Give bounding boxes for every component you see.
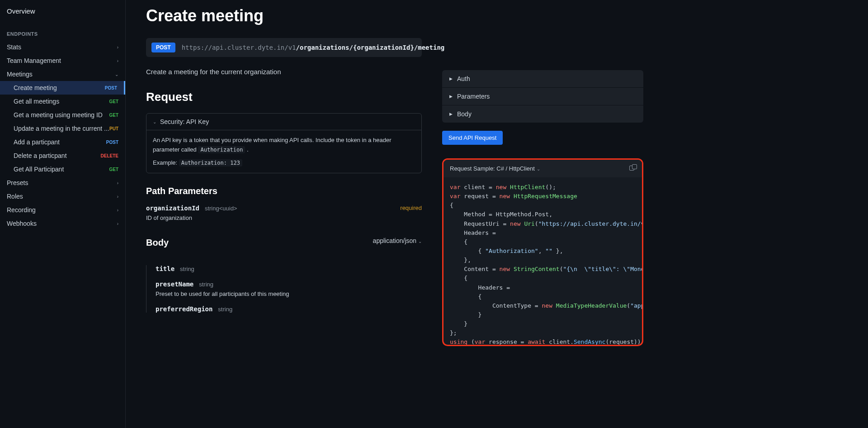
method-tag: GET bbox=[109, 166, 118, 172]
request-heading: Request bbox=[146, 90, 422, 104]
method-badge: POST bbox=[151, 43, 175, 52]
accordion-auth[interactable]: ▶ Auth bbox=[442, 70, 643, 88]
try-it-accordion: ▶ Auth ▶ Parameters ▶ Body bbox=[442, 70, 643, 123]
security-label: Security: API Key bbox=[160, 118, 209, 125]
body-field-preferredregion: preferredRegion string bbox=[156, 305, 422, 313]
method-tag: GET bbox=[109, 99, 118, 105]
endpoint-description: Create a meeting for the current organiz… bbox=[146, 68, 422, 76]
sidebar-item-label: Stats bbox=[7, 43, 21, 51]
body-field-title: title string bbox=[156, 265, 422, 272]
triangle-right-icon: ▶ bbox=[449, 76, 453, 81]
page-title: Create meeting bbox=[146, 6, 422, 25]
sidebar-item-label: Presets bbox=[7, 179, 28, 186]
method-tag: DELETE bbox=[101, 153, 118, 159]
chevron-right-icon: › bbox=[117, 208, 118, 213]
sidebar-sub-get-all-meetings[interactable]: Get all meetings GET bbox=[0, 95, 125, 108]
security-body: An API key is a token that you provide w… bbox=[146, 130, 421, 173]
chevron-down-icon: ⌄ bbox=[153, 119, 156, 124]
sidebar-item-meetings[interactable]: Meetings ⌄ bbox=[0, 67, 125, 81]
sidebar-overview[interactable]: Overview bbox=[0, 0, 125, 22]
sidebar-item-label: Create meeting bbox=[14, 84, 57, 91]
send-api-request-button[interactable]: Send API Request bbox=[442, 131, 503, 145]
chevron-right-icon: › bbox=[117, 58, 118, 63]
sidebar-item-label: Update a meeting in the current ... bbox=[14, 125, 109, 132]
chevron-down-icon: ⌄ bbox=[418, 239, 422, 244]
copy-icon[interactable] bbox=[629, 166, 636, 172]
endpoint-bar: POST https://api.cluster.dyte.in/v1/orga… bbox=[146, 38, 422, 57]
code-sample-select[interactable]: Request Sample: C# / HttpClient ⌄ bbox=[450, 165, 540, 172]
sidebar-item-label: Get all meetings bbox=[14, 98, 59, 105]
sidebar-sub-update-meeting[interactable]: Update a meeting in the current ... PUT bbox=[0, 122, 125, 135]
chevron-down-icon: ⌄ bbox=[537, 166, 540, 171]
accordion-body[interactable]: ▶ Body bbox=[442, 105, 643, 123]
security-box: ⌄ Security: API Key An API key is a toke… bbox=[146, 113, 422, 173]
sidebar-item-presets[interactable]: Presets › bbox=[0, 176, 125, 190]
sidebar: Overview ENDPOINTS Stats › Team Manageme… bbox=[0, 0, 126, 428]
sidebar-item-label: Webhooks bbox=[7, 220, 37, 227]
sidebar-sub-delete-participant[interactable]: Delete a particpant DELETE bbox=[0, 149, 125, 162]
body-field-presetname: presetName string Preset to be used for … bbox=[156, 281, 422, 297]
security-toggle[interactable]: ⌄ Security: API Key bbox=[146, 114, 421, 130]
triangle-right-icon: ▶ bbox=[449, 94, 453, 99]
auth-example: Authorization: 123 bbox=[179, 159, 242, 166]
method-tag: POST bbox=[106, 139, 118, 145]
required-badge: required bbox=[400, 204, 422, 211]
sidebar-item-recording[interactable]: Recording › bbox=[0, 203, 125, 217]
sidebar-item-label: Recording bbox=[7, 206, 36, 214]
method-tag: PUT bbox=[109, 126, 118, 132]
right-panel: ▶ Auth ▶ Parameters ▶ Body Send API Requ… bbox=[442, 70, 650, 428]
accordion-parameters[interactable]: ▶ Parameters bbox=[442, 88, 643, 105]
sidebar-sub-create-meeting[interactable]: Create meeting POST bbox=[0, 81, 125, 95]
sidebar-item-webhooks[interactable]: Webhooks › bbox=[0, 217, 125, 230]
path-params-heading: Path Parameters bbox=[146, 186, 422, 196]
sidebar-item-label: Team Management bbox=[7, 57, 61, 64]
sidebar-sub-get-all-participant[interactable]: Get All Participant GET bbox=[0, 162, 125, 176]
chevron-down-icon: ⌄ bbox=[115, 72, 118, 77]
sidebar-sub-get-meeting-by-id[interactable]: Get a meeting using meeting ID GET bbox=[0, 108, 125, 122]
sidebar-item-roles[interactable]: Roles › bbox=[0, 190, 125, 203]
sidebar-item-label: Roles bbox=[7, 193, 23, 200]
chevron-right-icon: › bbox=[117, 45, 118, 50]
chevron-right-icon: › bbox=[117, 221, 118, 226]
sidebar-item-label: Meetings bbox=[7, 71, 33, 78]
sidebar-section-title: ENDPOINTS bbox=[0, 22, 125, 40]
method-tag: POST bbox=[105, 85, 117, 91]
content-type-select[interactable]: application/json ⌄ bbox=[373, 237, 422, 244]
chevron-right-icon: › bbox=[117, 181, 118, 185]
sidebar-item-team-management[interactable]: Team Management › bbox=[0, 54, 125, 67]
body-heading: Body bbox=[146, 238, 169, 248]
path-param-organizationid: organizationId string<uuid> required ID … bbox=[146, 204, 422, 221]
code-sample-header: Request Sample: C# / HttpClient ⌄ bbox=[443, 160, 642, 177]
main-content: Create meeting POST https://api.cluster.… bbox=[126, 0, 868, 428]
triangle-right-icon: ▶ bbox=[449, 112, 453, 116]
auth-header-name: Authorization bbox=[198, 146, 245, 153]
code-sample-panel: Request Sample: C# / HttpClient ⌄ var cl… bbox=[442, 158, 643, 346]
endpoint-url: https://api.cluster.dyte.in/v1/organizat… bbox=[182, 44, 445, 51]
code-sample-body[interactable]: var client = new HttpClient(); var reque… bbox=[443, 177, 642, 345]
sidebar-item-label: Get All Participant bbox=[14, 166, 64, 173]
sidebar-item-stats[interactable]: Stats › bbox=[0, 40, 125, 54]
chevron-right-icon: › bbox=[117, 194, 118, 199]
sidebar-sub-add-participant[interactable]: Add a particpant POST bbox=[0, 135, 125, 149]
method-tag: GET bbox=[109, 112, 118, 118]
body-fields: title string presetName string Preset to… bbox=[146, 265, 422, 313]
sidebar-item-label: Add a particpant bbox=[14, 138, 60, 146]
sidebar-item-label: Get a meeting using meeting ID bbox=[14, 111, 103, 119]
sidebar-item-label: Delete a particpant bbox=[14, 152, 67, 159]
